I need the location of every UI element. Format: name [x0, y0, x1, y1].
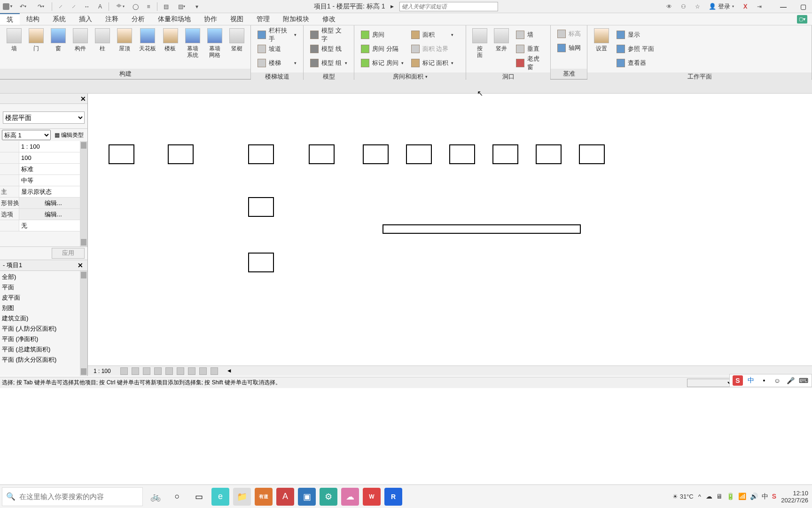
prop-row-override[interactable]: 形替换编辑...	[0, 198, 87, 209]
tray-expand-icon[interactable]: ^	[698, 493, 701, 500]
minimize-button[interactable]: —	[776, 1, 790, 12]
level-select[interactable]: 标高 1	[2, 130, 51, 140]
show-workplane-button[interactable]: 显示	[615, 28, 656, 41]
measure-button[interactable]: ⟋	[55, 1, 66, 12]
railing-button[interactable]: 栏杆扶手▾	[256, 28, 298, 41]
by-face-button[interactable]: 按 面	[469, 27, 491, 59]
exchange-icon[interactable]: Ⅹ	[740, 1, 751, 12]
properties-scrollbar[interactable]	[80, 141, 87, 246]
vertical-opening-button[interactable]: 垂直	[514, 42, 546, 56]
title-arrow-icon[interactable]: ▸	[390, 2, 394, 10]
taskbar-search-input[interactable]	[19, 492, 139, 500]
favorite-icon[interactable]: ☆	[692, 1, 703, 12]
close-browser-button[interactable]: ✕	[76, 261, 85, 270]
stair-button[interactable]: 楼梯▾	[256, 56, 298, 70]
prop-row-visibility[interactable]: 主显示原状态	[0, 186, 87, 198]
browser-item[interactable]: 平面 (防火分区面积)	[0, 355, 87, 365]
drawn-rectangle[interactable]	[579, 144, 605, 164]
area-button[interactable]: 面积▾	[409, 28, 456, 41]
drawn-rectangle[interactable]	[248, 253, 274, 272]
help-search-input[interactable]	[399, 2, 498, 11]
youdao-icon[interactable]: 有道	[255, 488, 273, 506]
ime-punct-button[interactable]: •	[759, 375, 769, 386]
manager-icon[interactable]: ⚙	[320, 488, 337, 506]
scroll-thumb-bottom[interactable]	[81, 239, 86, 246]
align-button[interactable]: ⟋	[68, 1, 79, 12]
tab-structure[interactable]: 结构	[20, 13, 46, 25]
close-windows-button[interactable]: ▤	[160, 1, 172, 12]
roof-button[interactable]: 屋顶	[113, 27, 135, 53]
ribbon-toggle-button[interactable]: ▢▾	[797, 15, 807, 24]
thin-lines-button[interactable]: ≡	[143, 1, 154, 12]
close-properties-button[interactable]: ✕	[79, 95, 87, 103]
task-view-icon[interactable]: ▭	[190, 488, 208, 506]
component-button[interactable]: 构件	[69, 27, 91, 53]
drawn-rectangle[interactable]	[248, 197, 274, 217]
model-line-button[interactable]: 模型 线	[308, 42, 349, 56]
room-separator-button[interactable]: 房间 分隔	[359, 42, 406, 56]
browser-item[interactable]: 平面 (人防分区面积)	[0, 324, 87, 334]
curtain-system-button[interactable]: 幕墙 系统	[181, 27, 203, 59]
tab-insert[interactable]: 插入	[72, 13, 99, 25]
shaft-button[interactable]: 竖井	[491, 27, 512, 53]
drawing-canvas[interactable]: ↖	[88, 94, 812, 365]
news-icon[interactable]: 🚲	[147, 488, 164, 506]
login-button[interactable]: 👤 登录 ▾	[706, 2, 737, 11]
autocad-icon[interactable]: A	[276, 488, 294, 506]
shadows-icon[interactable]	[154, 367, 162, 375]
cortana-icon[interactable]: ○	[168, 488, 186, 506]
window-button[interactable]: 窗	[47, 27, 69, 53]
tab-analyze[interactable]: 分析	[125, 13, 151, 25]
app-menu-button[interactable]: ▼	[2, 1, 13, 12]
drawn-rectangle[interactable]	[383, 224, 581, 234]
expand-icon[interactable]: ⇥	[754, 1, 765, 12]
tag-area-button[interactable]: 标记 面积▾	[409, 56, 456, 70]
tab-annotate[interactable]: 注释	[99, 13, 125, 25]
taskbar-search[interactable]: 🔍	[2, 487, 143, 506]
sun-path-icon[interactable]	[143, 367, 150, 375]
tray-battery-icon[interactable]: 🔋	[726, 492, 734, 501]
crop-icon[interactable]	[177, 367, 184, 375]
more-button[interactable]: ▾	[191, 1, 203, 12]
temp-hide-icon[interactable]	[211, 367, 218, 375]
door-button[interactable]: 门	[25, 27, 47, 53]
dormer-button[interactable]: 老虎窗	[514, 56, 546, 70]
drawn-rectangle[interactable]	[449, 144, 475, 164]
curtain-grid-button[interactable]: 幕墙 网格	[203, 27, 226, 59]
tray-sogou-icon[interactable]: S	[772, 492, 776, 501]
ref-plane-button[interactable]: 参照 平面	[615, 42, 656, 56]
tab-addins[interactable]: 附加模块	[276, 13, 316, 25]
browser-item[interactable]: 别图	[0, 303, 87, 313]
drawn-rectangle[interactable]	[536, 144, 562, 164]
ime-toolbar[interactable]: S 中 • ☺ 🎤 ⌨	[729, 374, 812, 387]
tray-ime-icon[interactable]: 中	[762, 492, 768, 501]
sogou-icon[interactable]: S	[733, 375, 743, 386]
cloud-icon[interactable]: ☁	[341, 488, 359, 506]
ie-icon[interactable]: e	[211, 488, 229, 506]
model-text-button[interactable]: 模型 文字	[308, 28, 349, 41]
selection-filter-select[interactable]	[687, 379, 734, 387]
wall-opening-button[interactable]: 墙	[514, 28, 546, 41]
wps-icon[interactable]: W	[363, 488, 381, 506]
prop-row-discipline[interactable]: 标准	[0, 164, 87, 175]
wall-button[interactable]: 墙	[3, 27, 25, 53]
maximize-button[interactable]: ▢	[796, 1, 810, 12]
tab-collaborate[interactable]: 协作	[197, 13, 224, 25]
explorer-icon[interactable]: 📁	[233, 488, 251, 506]
tab-manage[interactable]: 管理	[250, 13, 276, 25]
search-icon[interactable]: 👁	[664, 1, 675, 12]
text-button[interactable]: A	[94, 1, 106, 12]
browser-scrollbar[interactable]	[80, 271, 87, 376]
room-button[interactable]: 房间	[359, 28, 406, 41]
tray-usb-icon[interactable]: 🖥	[716, 492, 723, 501]
browser-item[interactable]: 平面	[0, 282, 87, 293]
ceiling-button[interactable]: 天花板	[135, 27, 159, 53]
viewer-button[interactable]: 查看器	[615, 56, 656, 70]
column-button[interactable]: 柱	[91, 27, 113, 53]
tab-massing[interactable]: 体量和场地	[151, 13, 197, 25]
revit-icon[interactable]: R	[384, 488, 402, 506]
section-button[interactable]: ◯	[130, 1, 141, 12]
drawn-rectangle[interactable]	[109, 144, 134, 164]
ime-voice-button[interactable]: 🎤	[785, 375, 796, 386]
drawn-rectangle[interactable]	[363, 144, 389, 164]
